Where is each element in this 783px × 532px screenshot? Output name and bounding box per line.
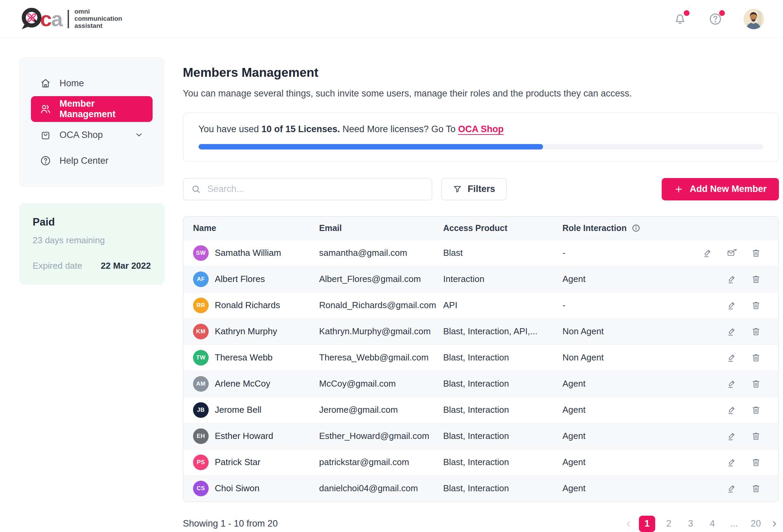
member-role: - — [562, 248, 681, 258]
delete-member-button[interactable] — [751, 274, 761, 284]
delete-member-button[interactable] — [751, 378, 761, 389]
main-content: Members Management You can manage severa… — [183, 57, 779, 532]
tagline-line: assistant — [74, 22, 122, 30]
subscription-status: Paid — [33, 216, 151, 228]
edit-member-button[interactable] — [727, 431, 737, 441]
delete-member-button[interactable] — [751, 352, 761, 363]
next-page-button[interactable] — [769, 519, 779, 529]
trash-icon — [751, 352, 761, 363]
member-avatar: JB — [193, 402, 209, 418]
avatar-photo — [744, 9, 764, 29]
page-button-20[interactable]: 20 — [748, 516, 764, 532]
member-role: Non Agent — [562, 326, 681, 337]
sidebar-nav: Home Member Management OCA Shop — [19, 57, 164, 187]
sidebar: Home Member Management OCA Shop — [19, 57, 164, 285]
column-header-email: Email — [319, 223, 443, 233]
brand-letters: c a — [44, 8, 63, 30]
brand-letter-c: c — [40, 8, 52, 30]
member-email: danielchoi04@gmail.com — [319, 483, 443, 494]
edit-member-button[interactable] — [727, 483, 737, 494]
edit-member-button[interactable] — [727, 457, 737, 467]
member-name: Patrick Star — [215, 457, 260, 467]
table-row: SW Samatha William samantha@gmail.com Bl… — [184, 240, 778, 266]
home-icon — [40, 77, 51, 89]
license-usage: 10 of 15 Licenses. — [261, 124, 340, 134]
resend-invite-button[interactable] — [727, 248, 737, 258]
sidebar-item-label: OCA Shop — [59, 130, 103, 140]
edit-icon — [727, 352, 737, 363]
member-role: Agent — [562, 274, 681, 284]
expired-date-value: 22 Mar 2022 — [101, 261, 151, 271]
edit-member-button[interactable] — [727, 326, 737, 337]
delete-member-button[interactable] — [751, 248, 761, 258]
member-avatar: AM — [193, 376, 209, 392]
page-button-1[interactable]: 1 — [639, 516, 655, 532]
subscription-remaining: 23 days remaining — [33, 235, 151, 246]
delete-member-button[interactable] — [751, 457, 761, 467]
page-button-2[interactable]: 2 — [661, 516, 677, 532]
sidebar-item-home[interactable]: Home — [31, 70, 153, 96]
member-access: Blast, Interaction — [443, 431, 562, 441]
page-button-3[interactable]: 3 — [682, 516, 699, 532]
filters-button[interactable]: Filters — [441, 178, 507, 200]
delete-member-button[interactable] — [751, 431, 761, 441]
edit-member-button[interactable] — [727, 300, 737, 311]
oca-shop-link[interactable]: OCA Shop — [458, 124, 504, 134]
sidebar-item-member-management[interactable]: Member Management — [31, 96, 153, 122]
member-role: Agent — [562, 431, 681, 441]
member-email: samantha@gmail.com — [319, 248, 443, 258]
shop-bag-icon — [40, 129, 51, 141]
member-name: Kathryn Murphy — [215, 326, 277, 337]
member-avatar: CS — [193, 481, 209, 496]
tagline-line: omni — [74, 8, 122, 15]
help-icon[interactable] — [708, 12, 723, 26]
edit-icon — [727, 431, 737, 441]
trash-icon — [751, 300, 761, 311]
delete-member-button[interactable] — [751, 483, 761, 494]
search-input[interactable] — [207, 183, 424, 195]
license-progress-fill — [198, 144, 543, 149]
member-role: - — [562, 300, 681, 311]
license-text: You have used 10 of 15 Licenses. Need Mo… — [198, 124, 763, 135]
edit-icon — [702, 248, 713, 258]
chevron-left-icon — [624, 519, 633, 529]
edit-member-button[interactable] — [727, 352, 737, 363]
column-header-name: Name — [184, 223, 319, 233]
sidebar-item-label: Member Management — [59, 99, 144, 120]
delete-member-button[interactable] — [751, 405, 761, 415]
member-access: Blast, Interaction — [443, 483, 562, 494]
table-row: CS Choi Siwon danielchoi04@gmail.com Bla… — [184, 475, 778, 501]
delete-member-button[interactable] — [751, 326, 761, 337]
member-avatar: SW — [193, 245, 209, 261]
delete-member-button[interactable] — [751, 300, 761, 311]
filter-icon — [453, 184, 462, 194]
edit-icon — [727, 405, 737, 415]
edit-member-button[interactable] — [702, 248, 713, 258]
previous-page-button[interactable] — [624, 519, 633, 529]
table-body: SW Samatha William samantha@gmail.com Bl… — [184, 240, 778, 501]
member-name: Theresa Webb — [215, 352, 273, 363]
license-progress-track — [198, 144, 763, 149]
add-new-member-button[interactable]: Add New Member — [662, 178, 779, 200]
edit-member-button[interactable] — [727, 274, 737, 284]
add-new-member-label: Add New Member — [690, 184, 767, 194]
table-row: KM Kathryn Murphy Kathryn.Murphy@gmail.c… — [184, 318, 778, 344]
edit-member-button[interactable] — [727, 378, 737, 389]
trash-icon — [751, 431, 761, 441]
sidebar-item-help-center[interactable]: Help Center — [31, 148, 153, 174]
page-button-4[interactable]: 4 — [704, 516, 720, 532]
trash-icon — [751, 248, 761, 258]
member-avatar: KM — [193, 324, 209, 339]
pagination-pages: 1 2 3 4 ... 20 — [624, 516, 779, 532]
pagination: Showing 1 - 10 from 20 1 2 3 4 ... 20 — [183, 516, 779, 532]
mail-resend-icon — [727, 248, 737, 258]
trash-icon — [751, 457, 761, 467]
sidebar-item-oca-shop[interactable]: OCA Shop — [31, 122, 153, 148]
info-icon[interactable] — [631, 224, 641, 233]
notification-bell-icon[interactable] — [673, 12, 687, 26]
member-access: Blast, Interaction — [443, 457, 562, 467]
user-avatar[interactable] — [744, 9, 764, 29]
table-row: RR Ronald Richards Ronald_Richards@gmail… — [184, 292, 778, 318]
chevron-down-icon[interactable] — [134, 130, 144, 140]
edit-member-button[interactable] — [727, 405, 737, 415]
